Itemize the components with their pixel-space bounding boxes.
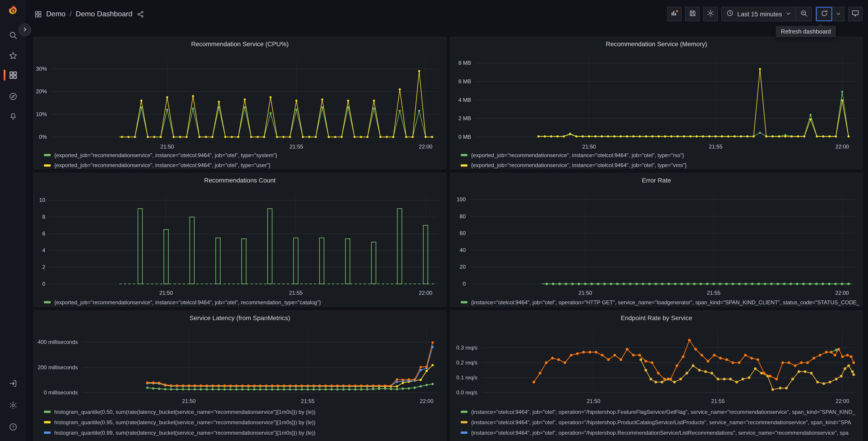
data-point xyxy=(231,136,233,138)
save-dashboard-button[interactable] xyxy=(685,7,700,21)
sidebar-item-sign-in[interactable] xyxy=(0,375,26,392)
y-tick-label: 200 milliseconds xyxy=(38,364,78,371)
panel-title[interactable]: Recommendation Service (CPU%) xyxy=(34,40,446,48)
breadcrumb-section[interactable]: Demo xyxy=(46,10,65,18)
legend-swatch[interactable] xyxy=(461,411,467,413)
panel-title[interactable]: Service Latency (from SpanMetrics) xyxy=(34,314,446,321)
data-point xyxy=(347,99,349,101)
legend-swatch[interactable] xyxy=(44,421,51,423)
legend-item[interactable]: {instance="otelcol:9464", job="otel", op… xyxy=(461,439,859,441)
legend-item[interactable]: {exported_job="recommendationservice", i… xyxy=(461,161,859,169)
data-point xyxy=(360,136,362,138)
data-point xyxy=(649,378,652,381)
time-range-picker[interactable]: Last 15 minutes xyxy=(722,7,796,21)
sidebar-item-alerting[interactable] xyxy=(0,108,26,124)
bar[interactable] xyxy=(397,208,402,284)
legend-item[interactable]: histogram_quantile(0.99, sum(rate(latenc… xyxy=(44,429,443,437)
breadcrumb-page[interactable]: Demo Dashboard xyxy=(75,10,132,18)
data-point xyxy=(277,384,279,387)
bar[interactable] xyxy=(138,208,142,284)
data-point xyxy=(270,112,272,114)
data-point xyxy=(765,136,767,138)
sidebar-item-dashboards[interactable] xyxy=(0,67,26,83)
legend-swatch[interactable] xyxy=(461,154,467,156)
legend-item[interactable]: {instance="otelcol:9464", job="otel", op… xyxy=(461,418,859,426)
data-point xyxy=(392,136,394,138)
legend-item[interactable]: histogram_quantile(0.50, sum(rate(latenc… xyxy=(44,408,443,416)
legend-swatch[interactable] xyxy=(44,301,51,303)
data-point xyxy=(806,361,809,364)
data-point xyxy=(828,283,831,285)
data-point xyxy=(668,283,670,285)
legend-item[interactable]: {exported_job="recommendationservice", i… xyxy=(44,161,443,169)
panel-title[interactable]: Recommendations Count xyxy=(34,177,446,184)
y-tick-label: 0.2 req/s xyxy=(456,359,477,365)
zoom-out-button[interactable] xyxy=(796,7,811,21)
panel-recommendation-service-memory: Recommendation Service (Memory) 0 MB2 MB… xyxy=(450,37,863,169)
chart-cpu[interactable]: 0%10%20%30%21:5021:5522:00 xyxy=(34,37,446,169)
chart-error-rate[interactable]: 02040608010021:5021:5522:00 xyxy=(451,173,862,306)
data-point xyxy=(757,283,760,285)
data-point xyxy=(558,283,561,285)
data-point xyxy=(810,114,812,116)
cycle-view-mode-button[interactable] xyxy=(848,7,863,21)
legend-swatch[interactable] xyxy=(44,411,51,413)
y-tick-label: 0.3 req/s xyxy=(456,345,477,351)
legend-swatch[interactable] xyxy=(461,432,467,434)
bar[interactable] xyxy=(371,242,376,284)
panel-title[interactable]: Recommendation Service (Memory) xyxy=(451,40,862,48)
data-point xyxy=(353,136,355,138)
legend-swatch[interactable] xyxy=(461,421,467,423)
legend-item[interactable]: {exported_job="recommendationservice", i… xyxy=(461,151,859,159)
grafana-logo-icon[interactable] xyxy=(8,5,19,16)
refresh-interval-dropdown[interactable] xyxy=(832,7,844,21)
data-point xyxy=(182,384,184,387)
sidebar-item-explore[interactable] xyxy=(0,88,26,105)
sidebar-item-configuration[interactable] xyxy=(0,397,26,413)
bar[interactable] xyxy=(268,208,272,284)
legend-swatch[interactable] xyxy=(461,301,467,303)
data-point xyxy=(676,364,678,367)
refresh-dashboard-button[interactable] xyxy=(816,7,832,21)
data-point xyxy=(841,355,844,358)
data-point xyxy=(754,367,757,370)
data-point xyxy=(420,379,422,381)
legend-swatch[interactable] xyxy=(44,154,51,156)
chart-memory[interactable]: 0 MB2 MB4 MB6 MB8 MB21:5021:5522:00 xyxy=(451,37,862,169)
sidebar-expand-button[interactable] xyxy=(19,24,31,36)
sidebar-item-help[interactable]: ? xyxy=(0,419,26,435)
data-point xyxy=(390,388,392,390)
bar[interactable] xyxy=(242,239,246,284)
data-point xyxy=(772,136,774,138)
bar[interactable] xyxy=(216,238,220,284)
legend-label: {instance="otelcol:9464", job="otel", op… xyxy=(471,409,855,415)
series-line-rss xyxy=(538,92,848,136)
data-point xyxy=(176,384,178,387)
data-point xyxy=(386,136,388,138)
legend-item[interactable]: {instance="otelcol:9464", job="otel", op… xyxy=(461,408,859,416)
legend-item[interactable]: histogram_quantile(0.999, sum(rate(laten… xyxy=(44,439,443,441)
legend-item[interactable]: {exported_job="recommendationservice", i… xyxy=(44,151,443,159)
legend-label: {instance="otelcol:9464", job="otel", op… xyxy=(471,419,851,425)
legend-swatch[interactable] xyxy=(44,432,51,434)
panel-title[interactable]: Error Rate xyxy=(451,177,862,184)
chart-recommendations-count[interactable]: 024681021:5021:5522:00 xyxy=(34,173,446,306)
breadcrumb: Demo / Demo Dashboard xyxy=(34,0,144,28)
bar[interactable] xyxy=(345,239,350,284)
legend-item[interactable]: {exported_job="recommendationservice", i… xyxy=(44,298,443,306)
panel-title[interactable]: Endpoint Rate by Service xyxy=(451,314,862,321)
data-point xyxy=(312,388,315,390)
data-point xyxy=(784,136,786,138)
data-point xyxy=(229,388,231,390)
legend-item[interactable]: {instance="otelcol:9464", job="otel", op… xyxy=(461,298,859,306)
add-panel-button[interactable] xyxy=(667,7,682,21)
data-point xyxy=(563,136,565,138)
bar[interactable] xyxy=(319,238,324,284)
sidebar-item-starred[interactable] xyxy=(0,48,26,64)
legend-swatch[interactable] xyxy=(461,164,467,167)
share-icon[interactable] xyxy=(136,10,144,18)
legend-item[interactable]: histogram_quantile(0.95, sum(rate(latenc… xyxy=(44,418,443,426)
legend-item[interactable]: {instance="otelcol:9464", job="otel", op… xyxy=(461,429,859,437)
legend-swatch[interactable] xyxy=(44,164,51,167)
dashboard-settings-button[interactable] xyxy=(703,7,718,21)
